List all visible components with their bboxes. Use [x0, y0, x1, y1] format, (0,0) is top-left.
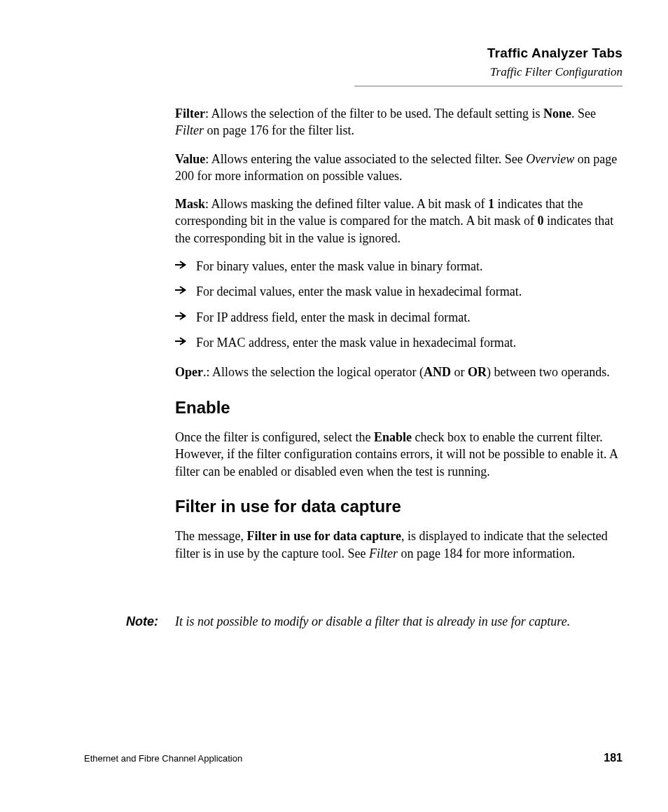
arrow-icon: [175, 309, 196, 320]
arrow-icon: [175, 283, 196, 294]
note-label: Note:: [126, 613, 175, 630]
page-header: Traffic Analyzer Tabs Traffic Filter Con…: [487, 46, 622, 79]
capture-text3: on page 184 for more information.: [398, 546, 575, 560]
capture-ref: Filter: [369, 546, 398, 560]
mask-bullet-list: For binary values, enter the mask value …: [175, 258, 622, 351]
header-subtitle: Traffic Filter Configuration: [487, 65, 622, 79]
list-item: For binary values, enter the mask value …: [175, 258, 622, 275]
list-item: For MAC address, enter the mask value in…: [175, 334, 622, 351]
arrow-icon: [175, 258, 196, 269]
capture-bold: Filter in use for data capture: [246, 529, 401, 543]
capture-text1: The message,: [175, 529, 246, 543]
bullet-text: For MAC address, enter the mask value in…: [196, 334, 622, 351]
enable-paragraph: Once the filter is configured, select th…: [175, 429, 622, 480]
oper-text1: .: Allows the selection the logical oper…: [203, 365, 424, 379]
filter-label: Filter: [175, 106, 205, 121]
filter-ref: Filter: [175, 123, 204, 137]
bullet-text: For decimal values, enter the mask value…: [196, 283, 622, 300]
page-number: 181: [604, 752, 622, 764]
value-label: Value: [175, 152, 205, 166]
list-item: For IP address field, enter the mask in …: [175, 309, 622, 326]
oper-text2: or: [451, 365, 468, 379]
footer-left: Ethernet and Fibre Channel Application: [84, 753, 242, 764]
filter-text3: on page 176 for the filter list.: [204, 123, 354, 137]
page-content: Filter: Allows the selection of the filt…: [175, 105, 622, 573]
enable-heading: Enable: [175, 397, 622, 419]
mask-paragraph: Mask: Allows masking the defined filter …: [175, 195, 622, 247]
bullet-text: For binary values, enter the mask value …: [196, 258, 622, 275]
filter-text1: : Allows the selection of the filter to …: [205, 106, 543, 121]
oper-label: Oper: [175, 365, 203, 379]
bullet-text: For IP address field, enter the mask in …: [196, 309, 622, 326]
mask-label: Mask: [175, 197, 205, 211]
mask-text1: : Allows masking the defined filter valu…: [205, 197, 488, 211]
header-title: Traffic Analyzer Tabs: [487, 46, 622, 61]
arrow-icon: [175, 334, 196, 345]
value-paragraph: Value: Allows entering the value associa…: [175, 151, 622, 185]
filter-none: None: [543, 106, 571, 121]
note-body: It is not possible to modify or disable …: [175, 613, 622, 630]
capture-heading: Filter in use for data capture: [175, 495, 622, 518]
oper-paragraph: Oper.: Allows the selection the logical …: [175, 364, 622, 380]
oper-or: OR: [468, 365, 487, 379]
mask-one: 1: [488, 197, 494, 211]
value-text1: : Allows entering the value associated t…: [205, 152, 526, 166]
enable-bold: Enable: [374, 430, 412, 444]
oper-and: AND: [424, 365, 451, 379]
oper-text3: ) between two operands.: [487, 365, 610, 379]
filter-paragraph: Filter: Allows the selection of the filt…: [175, 105, 622, 139]
enable-text1: Once the filter is configured, select th…: [175, 430, 374, 444]
header-rule: [354, 85, 622, 87]
value-ref: Overview: [526, 152, 574, 166]
capture-paragraph: The message, Filter in use for data capt…: [175, 528, 622, 562]
page-footer: Ethernet and Fibre Channel Application 1…: [84, 752, 622, 764]
list-item: For decimal values, enter the mask value…: [175, 283, 622, 300]
filter-text2: . See: [571, 106, 596, 121]
note-block: Note: It is not possible to modify or di…: [126, 613, 622, 630]
